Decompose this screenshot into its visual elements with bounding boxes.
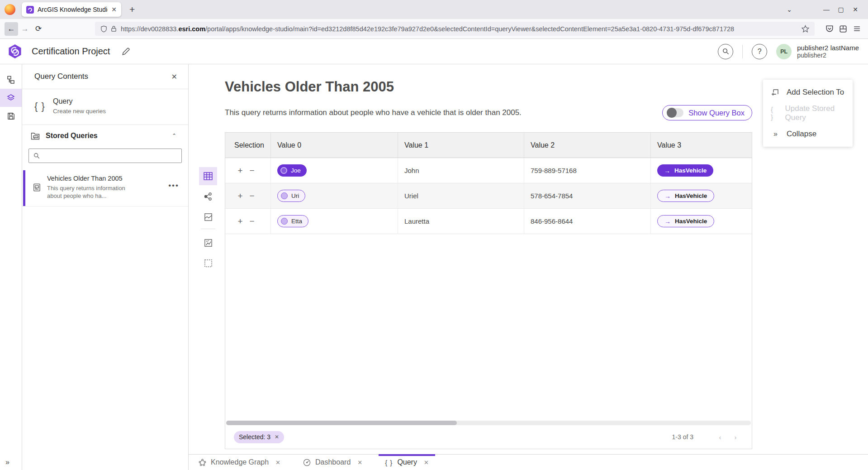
relationship-pill[interactable]: →HasVehicle (657, 164, 713, 177)
table-row[interactable]: + − Uri Uriel 578-654-7854 →HasVehicle (225, 183, 752, 209)
item-options-icon[interactable]: ••• (168, 181, 179, 190)
menu-icon[interactable] (850, 22, 863, 36)
table-icon (204, 172, 213, 180)
remove-selection-icon[interactable]: − (246, 216, 258, 226)
list-tabs-icon[interactable]: ⌄ (782, 6, 797, 13)
cell-value1: Lauretta (398, 209, 524, 234)
selection-tool-button[interactable] (199, 254, 217, 272)
entity-pill[interactable]: Etta (277, 215, 308, 227)
add-selection-to-icon (771, 88, 779, 96)
show-query-box-label: Show Query Box (688, 109, 745, 117)
entity-pill[interactable]: Joe (277, 164, 307, 177)
close-tab-icon[interactable]: ✕ (424, 459, 429, 466)
menu-item-collapse[interactable]: » Collapse (763, 124, 853, 144)
close-tab-icon[interactable]: ✕ (357, 459, 362, 466)
help-button[interactable]: ? (752, 44, 767, 59)
rail-hierarchy-button[interactable] (0, 71, 22, 89)
cell-value2: 759-889-57168 (524, 158, 651, 183)
save-icon (7, 112, 15, 120)
table-row[interactable]: + − Etta Lauretta 846-956-8644 →HasVehic… (225, 209, 752, 234)
add-to-map-button[interactable] (199, 208, 217, 226)
selected-count-chip[interactable]: Selected: 3 ✕ (234, 431, 284, 443)
chevron-up-icon[interactable]: ⌃ (172, 133, 176, 139)
toolbar-divider (201, 229, 215, 229)
braces-icon: { } (33, 97, 47, 115)
add-to-new-map-button[interactable] (199, 234, 217, 252)
close-window-icon[interactable]: ✕ (848, 6, 863, 13)
clear-selection-icon[interactable]: ✕ (275, 434, 279, 440)
browser-tab-strip: ArcGIS Knowledge Studio ✕ + ⌄ — ▢ ✕ (0, 0, 868, 19)
remove-selection-icon[interactable]: − (246, 191, 258, 201)
previous-page-icon[interactable]: ‹ (712, 433, 728, 441)
close-tab-icon[interactable]: ✕ (275, 459, 280, 466)
tab-knowledge-graph[interactable]: Knowledge Graph ✕ (192, 455, 287, 470)
stored-query-item[interactable]: Vehicles Older Than 2005 This query retu… (22, 170, 188, 206)
browser-tab[interactable]: ArcGIS Knowledge Studio ✕ (22, 2, 121, 17)
cell-value2: 578-654-7854 (524, 183, 651, 208)
query-item[interactable]: { } Query Create new queries (22, 89, 188, 125)
add-selection-icon[interactable]: + (234, 191, 246, 201)
add-to-link-chart-button[interactable] (199, 187, 217, 206)
double-chevron-icon: » (771, 130, 780, 138)
bookmark-star-icon[interactable] (802, 25, 809, 33)
query-contents-panel: Query Contents ✕ { } Query Create new qu… (22, 64, 189, 470)
tab-query[interactable]: { } Query ✕ (379, 455, 435, 470)
table-view-button[interactable] (199, 167, 217, 185)
next-page-icon[interactable]: › (728, 433, 743, 441)
tab-dashboard[interactable]: Dashboard ✕ (297, 455, 369, 470)
shield-icon (100, 25, 107, 33)
view-tab-bar: Knowledge Graph ✕ Dashboard ✕ { } Query … (189, 454, 868, 470)
col-header-selection[interactable]: Selection (225, 133, 271, 158)
menu-item-add-selection-to[interactable]: Add Selection To (763, 82, 853, 103)
search-input[interactable] (43, 152, 177, 159)
col-header-value3[interactable]: Value 3 (651, 133, 752, 158)
hierarchy-icon (6, 75, 15, 84)
col-header-value2[interactable]: Value 2 (524, 133, 651, 158)
panel-title: Query Contents (34, 72, 171, 81)
table-row[interactable]: + − Joe John 759-889-57168 →HasVehicle (225, 158, 752, 183)
col-header-value0[interactable]: Value 0 (271, 133, 398, 158)
expand-rail-icon[interactable]: » (5, 458, 9, 466)
forward-button[interactable]: → (18, 22, 32, 36)
stored-queries-header[interactable]: Stored Queries ⌃ (22, 125, 188, 147)
extensions-icon[interactable] (836, 22, 850, 36)
relationship-pill[interactable]: →HasVehicle (657, 215, 714, 227)
tab-close-icon[interactable]: ✕ (111, 6, 117, 13)
panel-close-icon[interactable]: ✕ (171, 72, 177, 81)
remove-selection-icon[interactable]: − (246, 166, 258, 176)
user-username: publisher2 (797, 52, 859, 59)
edit-project-title-icon[interactable] (122, 48, 130, 56)
search-button[interactable] (718, 44, 733, 59)
menu-item-update-stored-query[interactable]: { } Update Stored Query (763, 103, 853, 124)
pocket-icon[interactable] (823, 22, 836, 36)
dashed-select-icon (204, 259, 213, 268)
firefox-icon[interactable] (5, 4, 15, 15)
table-header: Selection Value 0 Value 1 Value 2 Value … (225, 133, 752, 158)
horizontal-scrollbar[interactable] (226, 421, 751, 425)
minimize-icon[interactable]: — (819, 6, 834, 13)
new-tab-button[interactable]: + (129, 4, 135, 15)
rail-save-button[interactable] (0, 107, 22, 125)
url-bar[interactable]: https://dev0028833.esri.com/portal/apps/… (95, 22, 815, 36)
scrollbar-thumb[interactable] (226, 421, 457, 425)
show-query-box-toggle[interactable]: Show Query Box (662, 105, 752, 120)
browser-toolbar: ← → ⟳ https://dev0028833.esri.com/portal… (0, 19, 868, 39)
add-selection-icon[interactable]: + (234, 166, 246, 176)
reload-button[interactable]: ⟳ (32, 22, 45, 36)
col-header-value1[interactable]: Value 1 (398, 133, 524, 158)
window-controls: ⌄ — ▢ ✕ (782, 0, 863, 19)
avatar[interactable]: PL (776, 44, 792, 59)
rail-layers-button[interactable] (0, 89, 22, 107)
entity-pill[interactable]: Uri (277, 190, 305, 202)
back-button[interactable]: ← (5, 22, 18, 36)
arrow-right-icon: → (664, 167, 670, 174)
page-title: Vehicles Older Than 2005 (225, 79, 752, 95)
pagination-range: 1-3 of 3 (672, 433, 693, 441)
cell-value1: Uriel (398, 183, 524, 208)
maximize-icon[interactable]: ▢ (834, 6, 848, 13)
relationship-pill[interactable]: →HasVehicle (657, 190, 714, 202)
stored-queries-search[interactable] (28, 149, 182, 163)
user-name: publisher2 lastName (797, 44, 859, 52)
add-selection-icon[interactable]: + (234, 216, 246, 226)
user-info[interactable]: publisher2 lastName publisher2 (797, 44, 861, 59)
